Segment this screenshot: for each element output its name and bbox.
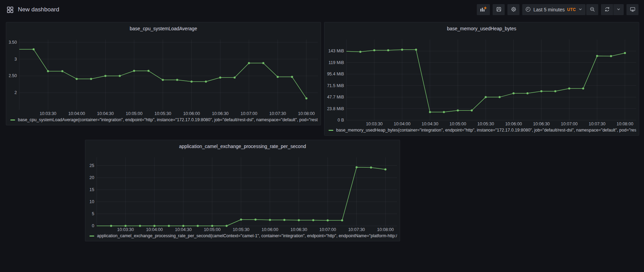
series-point (191, 81, 193, 83)
panel-cpu-system-load: base_cpu_systemLoadAverage 22.5033.5010:… (6, 22, 321, 125)
series-point (226, 225, 228, 227)
time-range-picker-button[interactable]: Last 5 minutes UTC (522, 4, 586, 15)
series-point (168, 225, 170, 227)
svg-text:3.50: 3.50 (9, 40, 17, 45)
svg-text:10:06:00: 10:06:00 (261, 227, 278, 232)
series-point (540, 90, 543, 92)
svg-text:10:04:30: 10:04:30 (422, 122, 439, 126)
svg-text:10:07:30: 10:07:30 (348, 227, 365, 232)
svg-text:0 B: 0 B (337, 118, 344, 123)
svg-text:10:04:30: 10:04:30 (97, 111, 114, 116)
series-point (443, 111, 445, 113)
header-left: New dashboard (7, 6, 59, 13)
panel-title[interactable]: base_memory_usedHeap_bytes (327, 25, 636, 33)
panel-title[interactable]: base_cpu_systemLoadAverage (9, 25, 318, 33)
dashboard-settings-button[interactable] (507, 4, 519, 15)
series-point (162, 79, 164, 81)
grafana-dashboard: { "header": { "title": "New dashboard", … (0, 0, 644, 272)
panel-memory-used-heap: base_memory_usedHeap_bytes 0 B23.8 MiB47… (324, 22, 639, 136)
svg-text:10:07:00: 10:07:00 (240, 111, 257, 116)
svg-text:119 MiB: 119 MiB (329, 60, 344, 65)
y-axis-labels: 22.5033.50 (9, 40, 17, 95)
series-point (176, 79, 178, 81)
refresh-button[interactable] (601, 4, 613, 15)
series-point (139, 225, 141, 227)
svg-text:10:07:00: 10:07:00 (561, 122, 578, 126)
apps-grid-icon[interactable] (7, 7, 13, 13)
series-color-dash (329, 130, 333, 131)
dashboard-header: New dashboard (0, 0, 644, 19)
series-point (248, 62, 250, 64)
x-axis-labels: 10:03:3010:04:0010:04:3010:05:0010:05:30… (117, 227, 394, 232)
time-series-chart[interactable]: 051015202510:03:3010:04:0010:04:3010:05:… (88, 150, 398, 233)
series-point (298, 219, 300, 221)
svg-text:23.8 MiB: 23.8 MiB (327, 106, 344, 111)
svg-text:10:04:00: 10:04:00 (68, 111, 85, 116)
series-point (498, 96, 501, 98)
svg-text:10:07:30: 10:07:30 (269, 111, 286, 116)
svg-text:10:06:30: 10:06:30 (533, 122, 550, 126)
series-point (262, 62, 264, 64)
series-point (596, 55, 598, 57)
series-point (47, 70, 49, 72)
svg-text:10:03:30: 10:03:30 (366, 122, 383, 126)
panel-title[interactable]: application_camel_exchange_processing_ra… (88, 143, 397, 150)
series-label: application_camel_exchange_processing_ra… (97, 233, 397, 238)
series-point (153, 225, 155, 227)
series-point (255, 219, 257, 221)
series-color-dash (10, 119, 15, 121)
series-point (471, 109, 473, 112)
series-point (312, 219, 314, 221)
svg-text:5: 5 (92, 211, 94, 216)
svg-text:10:04:00: 10:04:00 (146, 227, 163, 232)
series-point (327, 219, 329, 221)
svg-text:10:03:30: 10:03:30 (117, 227, 134, 232)
svg-text:0: 0 (92, 223, 94, 228)
svg-text:47.7 MiB: 47.7 MiB (327, 95, 344, 100)
page-title: New dashboard (18, 6, 59, 13)
series-point (429, 111, 431, 113)
series-point (610, 55, 612, 57)
series-point (119, 75, 121, 77)
refresh-group (601, 4, 624, 15)
svg-text:25: 25 (89, 163, 94, 168)
series-point (211, 225, 213, 227)
series-label: base_memory_usedHeap_bytes{container="in… (336, 128, 636, 133)
svg-text:10:03:30: 10:03:30 (40, 111, 56, 116)
svg-text:71.5 MiB: 71.5 MiB (327, 83, 344, 88)
series-point (104, 75, 106, 77)
svg-text:20: 20 (89, 175, 94, 180)
toolbar: Last 5 minutes UTC (477, 4, 638, 15)
add-panel-button[interactable] (477, 4, 490, 15)
zoom-out-button[interactable] (586, 4, 598, 15)
cycle-view-mode-button[interactable] (626, 4, 638, 15)
legend-row[interactable]: base_cpu_systemLoadAverage{container="in… (9, 117, 318, 123)
series-point (624, 52, 626, 54)
svg-text:10:07:00: 10:07:00 (319, 227, 336, 232)
legend-row[interactable]: application_camel_exchange_processing_ra… (88, 233, 397, 239)
svg-text:10:06:00: 10:06:00 (505, 122, 522, 126)
svg-text:95.4 MiB: 95.4 MiB (327, 72, 344, 76)
series-point (110, 225, 112, 227)
clock-icon (525, 7, 531, 13)
svg-text:15: 15 (89, 187, 94, 192)
time-series-chart[interactable]: 0 B23.8 MiB47.7 MiB71.5 MiB95.4 MiB119 M… (327, 33, 637, 127)
save-dashboard-button[interactable] (493, 4, 505, 15)
refresh-interval-dropdown[interactable] (613, 4, 624, 15)
svg-text:3: 3 (14, 57, 17, 62)
series-point (513, 92, 515, 94)
time-series-chart[interactable]: 22.5033.5010:03:3010:04:0010:04:3010:05:… (9, 33, 319, 117)
series-point (568, 87, 570, 90)
grid-lines (19, 40, 318, 110)
series-point (197, 225, 199, 227)
svg-text:10:06:30: 10:06:30 (212, 111, 229, 116)
series-point (384, 168, 386, 170)
series-point (133, 70, 135, 72)
legend-row[interactable]: base_memory_usedHeap_bytes{container="in… (327, 127, 636, 133)
panel-camel-processing-rate: application_camel_exchange_processing_ra… (85, 140, 400, 241)
series-point (401, 49, 403, 51)
series-point (90, 78, 92, 80)
series-point (61, 70, 63, 72)
svg-text:10:07:30: 10:07:30 (589, 122, 605, 126)
series-point (373, 49, 375, 51)
